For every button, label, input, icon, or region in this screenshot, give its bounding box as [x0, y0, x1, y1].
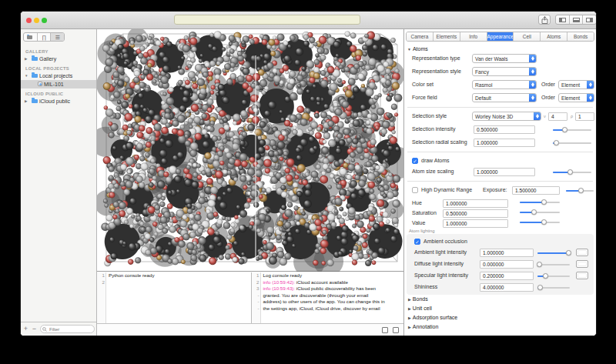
- section-header-annotation[interactable]: ▶Annotation: [404, 322, 596, 332]
- console-area: 1Python console ready2 1Log console read…: [97, 272, 405, 325]
- section-header-bonds[interactable]: ▶Bonds: [404, 295, 596, 304]
- list-segment[interactable]: ☰: [51, 33, 64, 41]
- popup-button[interactable]: Default: [472, 93, 537, 102]
- tab-appearance[interactable]: Appearance: [487, 32, 514, 41]
- zoom-button[interactable]: [42, 18, 47, 23]
- popup-button[interactable]: Van der Waals: [472, 54, 537, 63]
- row-label: Representation style: [412, 68, 461, 74]
- sidebar-item-icloud-public[interactable]: ▶iCloud public: [21, 97, 96, 105]
- color-well[interactable]: [576, 249, 588, 256]
- slider[interactable]: [553, 142, 591, 144]
- slider[interactable]: [553, 129, 591, 131]
- value-field[interactable]: 0.000000: [480, 260, 534, 269]
- tab-atoms[interactable]: Atoms: [541, 32, 567, 41]
- main-footer: [97, 323, 405, 336]
- slider-thumb[interactable]: [566, 250, 571, 255]
- slider-thumb[interactable]: [543, 273, 548, 279]
- row-label: Order: [541, 82, 555, 87]
- value-field[interactable]: 0.500000: [443, 209, 508, 218]
- slider[interactable]: [537, 276, 570, 277]
- sidebar-item-mil-101[interactable]: MIL-101: [21, 80, 96, 88]
- slider[interactable]: [553, 172, 591, 173]
- value-field[interactable]: 4: [548, 112, 567, 121]
- value-field[interactable]: 0.500000: [474, 125, 535, 134]
- value-field[interactable]: 1.000000: [474, 139, 535, 147]
- checkbox[interactable]: ✓: [412, 158, 418, 164]
- popup-chevrons-icon: [587, 81, 594, 88]
- row-label: Saturation: [412, 210, 437, 215]
- value-field[interactable]: 1.000000: [474, 168, 535, 176]
- slider-thumb[interactable]: [531, 209, 537, 215]
- color-well[interactable]: [576, 272, 588, 279]
- sidebar-item-local-projects[interactable]: ▼Local projects: [21, 72, 96, 80]
- value-field[interactable]: 4.000000: [480, 283, 534, 292]
- slider[interactable]: [520, 222, 560, 223]
- popup-button[interactable]: Element: [558, 80, 594, 89]
- slider-thumb[interactable]: [537, 285, 543, 290]
- popup-button[interactable]: Fancy: [472, 67, 537, 76]
- slider-thumb[interactable]: [562, 127, 567, 132]
- disclosure-right-icon: ▶: [408, 325, 411, 329]
- section-header-unit-cell[interactable]: ▶Unit cell: [404, 304, 596, 313]
- toggle-left-panel-button[interactable]: [556, 15, 570, 24]
- inspector-row: ✓draw Atoms: [404, 155, 596, 165]
- value-field[interactable]: 1.000000: [443, 199, 508, 208]
- tab-info[interactable]: Info: [460, 32, 487, 41]
- gallery-segment[interactable]: ∏: [38, 33, 52, 41]
- projects-segment[interactable]: [24, 33, 38, 41]
- section-header-atoms[interactable]: ▼Atoms: [404, 44, 596, 52]
- slider-thumb[interactable]: [537, 262, 542, 267]
- slider-thumb[interactable]: [554, 140, 559, 145]
- folder-icon: [32, 74, 38, 78]
- minimize-button[interactable]: [34, 18, 39, 23]
- log-console-line: 3info (10:59:43): iCloud public discover…: [252, 286, 406, 292]
- tab-cell[interactable]: Cell: [514, 32, 541, 41]
- value-field[interactable]: 0.200000: [480, 272, 534, 280]
- tab-bonds[interactable]: Bonds: [567, 32, 594, 41]
- filter-input[interactable]: [40, 325, 95, 333]
- checkbox[interactable]: [412, 187, 418, 193]
- slider[interactable]: [537, 264, 570, 265]
- chevron-right-icon[interactable]: ▶: [25, 55, 27, 63]
- share-button[interactable]: [538, 15, 551, 25]
- slider-thumb[interactable]: [578, 188, 584, 193]
- molecule-viewport[interactable]: [97, 29, 405, 272]
- python-console[interactable]: 1Python console ready2: [97, 272, 252, 325]
- slider[interactable]: [520, 202, 560, 203]
- tab-elements[interactable]: Elements: [434, 32, 460, 41]
- tab-camera[interactable]: Camera: [407, 32, 434, 41]
- slider-thumb[interactable]: [541, 219, 547, 225]
- color-well[interactable]: [576, 260, 588, 268]
- toggle-right-panel-button[interactable]: [583, 15, 596, 24]
- slider-thumb[interactable]: [541, 199, 547, 205]
- close-button[interactable]: [26, 18, 32, 23]
- slider[interactable]: [520, 212, 560, 213]
- value-field[interactable]: 1: [575, 112, 594, 121]
- line-number: 3: [252, 286, 259, 292]
- console-left-toggle-button[interactable]: [382, 327, 388, 333]
- value-field[interactable]: 1.000000: [443, 219, 508, 228]
- remove-project-button[interactable]: −: [30, 324, 38, 333]
- toggle-bottom-panel-button[interactable]: [570, 15, 584, 24]
- slider[interactable]: [537, 252, 570, 254]
- value-field[interactable]: 1.500000: [512, 186, 560, 195]
- stepper-label: ν: [544, 114, 546, 119]
- popup-button[interactable]: Rasmol: [472, 80, 537, 89]
- popup-button[interactable]: Element: [558, 93, 594, 102]
- disclosure-right-icon: ▶: [408, 297, 411, 302]
- value-field[interactable]: 1.000000: [480, 249, 534, 257]
- chevron-down-icon[interactable]: ▼: [25, 72, 28, 80]
- chevron-right-icon[interactable]: ▶: [25, 97, 27, 105]
- slider[interactable]: [537, 287, 570, 289]
- slider[interactable]: [566, 190, 594, 192]
- slider-thumb[interactable]: [567, 169, 573, 175]
- popup-button[interactable]: Worley Noise 3D: [472, 112, 541, 121]
- add-project-button[interactable]: +: [22, 324, 30, 333]
- sidebar-item-gallery[interactable]: ▶Gallery: [21, 55, 96, 63]
- section-header-adsorption-surface[interactable]: ▶Adsorption surface: [404, 313, 596, 322]
- row-label: Ambient light intensity: [414, 249, 467, 255]
- console-right-toggle-button[interactable]: [393, 327, 399, 333]
- popup-chevrons-icon: [587, 94, 594, 102]
- checkbox[interactable]: ✓: [414, 239, 420, 245]
- log-console[interactable]: 1Log console ready2info (10:59:42): iClo…: [252, 272, 406, 325]
